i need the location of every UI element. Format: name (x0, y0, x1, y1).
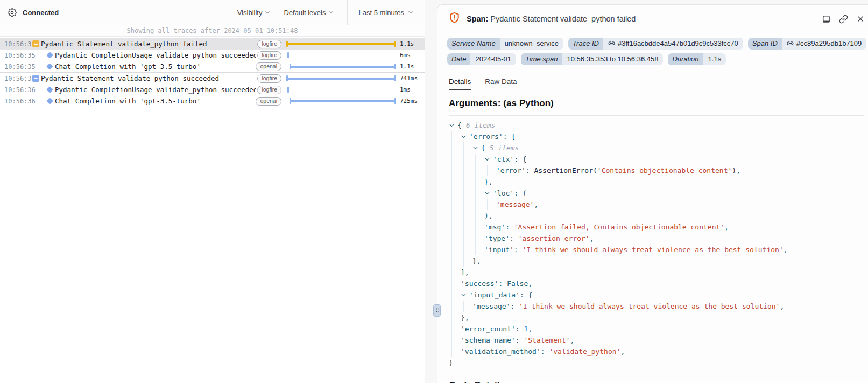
tree-line: 'input': 'I think we should always treat… (449, 244, 864, 255)
visibility-label: Visibility (237, 9, 263, 17)
tree-line: 'loc': ( (449, 187, 864, 199)
code-token: 'I think we should always treat violence… (522, 244, 783, 255)
code-token: 'validation_method' (461, 346, 541, 357)
code-token: , (534, 199, 538, 210)
trace-row[interactable]: 10:56:35Pydantic Statement validate_pyth… (0, 38, 425, 50)
time-range-label: Last 5 minutes (358, 9, 404, 17)
indent-guide (472, 154, 484, 165)
code-token: 'error' (496, 165, 526, 176)
code-token: { (481, 142, 490, 154)
badge-value-text: 1.1s (708, 55, 722, 63)
trace-tag: logfire (257, 86, 281, 94)
trace-time: 10:56:36 (0, 75, 30, 82)
badge-value: 2024-05-01 (470, 53, 516, 65)
resize-handle[interactable] (433, 304, 441, 317)
code-token: , (724, 221, 729, 233)
warning-shield-icon (448, 11, 461, 26)
code-token: : (516, 335, 524, 346)
code-token: , (620, 346, 625, 357)
visibility-dropdown[interactable]: Visibility (237, 9, 271, 17)
indent-guide (472, 176, 484, 187)
badge-label: Duration (668, 53, 703, 65)
indent-guide (472, 199, 484, 210)
tree-line: 'schema_name': 'Statement', (449, 335, 864, 346)
tree-line: 'error': AssertionError('Contains object… (449, 165, 864, 176)
chevron-down-icon[interactable] (484, 187, 493, 199)
span-title: Span: Pydantic Statement validate_python… (467, 15, 816, 23)
badge-value-text: #cc89a295db1b7109 (796, 39, 862, 47)
chevron-down-icon[interactable] (461, 289, 469, 301)
span-detail-panel: Span: Pydantic Statement validate_python… (437, 4, 868, 383)
trace-tag: logfire (257, 51, 281, 60)
chevron-down-icon[interactable] (472, 142, 481, 154)
trace-time: 10:56:35 (0, 52, 30, 59)
code-token: 'schema_name' (461, 335, 516, 346)
trace-group: 10:56:35Pydantic Statement validate_pyth… (0, 38, 425, 72)
code-token: : (514, 244, 523, 255)
indent-guide (472, 221, 484, 233)
code-token: , (570, 335, 575, 346)
code-token: 'Statement' (524, 335, 570, 346)
indent-guide (472, 165, 484, 176)
chevron-down-icon (264, 9, 271, 16)
tree-line: 'message', (449, 199, 864, 210)
tree-line: { 6 items (449, 120, 864, 131)
span-meta-badges: Service Nameunknown_serviceTrace ID#3ff1… (437, 32, 868, 71)
tab-details[interactable]: Details (449, 78, 471, 90)
indent-guide (461, 176, 472, 187)
indent-guide (461, 221, 472, 233)
code-token: : (526, 165, 534, 176)
badge-label: Time span (521, 53, 562, 65)
tab-raw-data[interactable]: Raw Data (485, 78, 517, 90)
indent-guide (449, 289, 461, 301)
trace-row[interactable]: 10:56:36Pydantic CompletionUsage validat… (0, 84, 425, 95)
trace-duration: 1.1s (400, 63, 425, 70)
info-level-icon (30, 75, 41, 82)
badge-value[interactable]: #cc89a295db1b7109 (782, 38, 866, 50)
code-token: , (528, 323, 532, 335)
code-token: : { (520, 289, 532, 301)
close-icon[interactable] (856, 15, 865, 23)
code-token: }, (472, 255, 481, 267)
trace-row[interactable]: 10:56:35Pydantic CompletionUsage validat… (0, 50, 425, 61)
badge-value[interactable]: #3ff16acbdde4a547b01d9c9c533fcc70 (603, 38, 743, 50)
trace-duration: 741ms (400, 75, 425, 82)
trace-row[interactable]: 10:56:36Pydantic Statement validate_pyth… (0, 73, 425, 84)
tree-line: 'validation_method': 'validate_python', (449, 346, 864, 357)
chevron-down-icon[interactable] (461, 131, 469, 142)
default-levels-dropdown[interactable]: Default levels (284, 9, 334, 17)
trace-tag: openai (256, 97, 281, 106)
badge-label: Date (447, 53, 470, 65)
chevron-down-icon[interactable] (484, 154, 493, 165)
chevron-down-icon[interactable] (449, 120, 457, 131)
time-range-dropdown[interactable]: Last 5 minutes (347, 0, 425, 25)
code-token: ], (461, 267, 469, 278)
code-token: : [ (503, 131, 516, 142)
gear-icon[interactable] (8, 8, 17, 17)
code-token: 'errors' (469, 131, 503, 142)
code-token: }, (461, 312, 469, 323)
tree-line: 'error_count': 1, (449, 323, 864, 335)
indent-guide (449, 165, 461, 176)
badge-date: Date2024-05-01 (447, 53, 516, 65)
code-token: 'message' (496, 199, 534, 210)
badge-service-name: Service Nameunknown_service (447, 38, 563, 50)
span-diamond-icon (44, 87, 55, 92)
link-icon (608, 40, 615, 47)
trace-message: Pydantic CompletionUsage validate_python… (55, 86, 256, 94)
trace-message: Pydantic Statement validate_python succe… (41, 74, 256, 82)
code-token: : (510, 301, 519, 312)
indent-guide (472, 233, 484, 244)
indent-guide (472, 210, 484, 221)
trace-row[interactable]: 10:56:36Chat Completion with 'gpt-3.5-tu… (0, 95, 425, 107)
tree-line: ], (449, 267, 864, 278)
code-token: }, (484, 176, 493, 187)
panel-layout-icon[interactable] (822, 15, 831, 24)
trace-row[interactable]: 10:56:35Chat Completion with 'gpt-3.5-tu… (0, 61, 425, 72)
link-icon (787, 40, 794, 47)
link-icon[interactable] (839, 15, 848, 24)
code-token: : (516, 323, 524, 335)
indent-guide (449, 335, 461, 346)
code-token: 1 (524, 323, 528, 335)
badge-value-text: #3ff16acbdde4a547b01d9c9c533fcc70 (618, 39, 738, 47)
